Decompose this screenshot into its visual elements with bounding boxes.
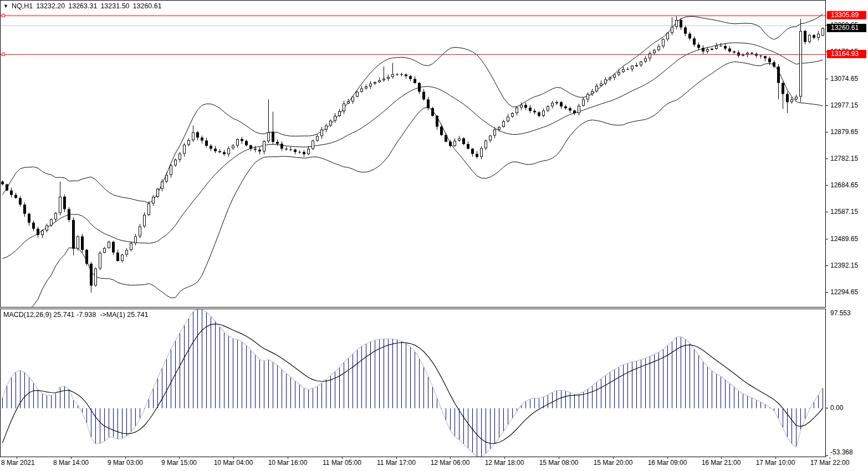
time-axis-label: 9 Mar 15:00 [161,459,197,467]
time-axis-label: 10 Mar 16:00 [268,459,308,467]
price-axis-tick-label: 12587.15 [830,208,858,216]
price-axis-tick-label: 12684.65 [830,181,858,189]
price-axis-tick-label: 12392.15 [830,262,858,269]
chart-ohlc-header: ▼NQ,H113232.2013263.3113231.5013260.61 [3,2,165,18]
time-axis-label: 15 Mar 08:00 [539,459,579,467]
price-axis-tick [826,105,828,106]
price-axis-tick-label: 12294.65 [830,288,858,296]
time-axis-label: 12 Mar 18:00 [485,459,524,467]
symbol-period-label: NQ,H1 [12,2,33,10]
macd-axis-min-label: -53.368 [830,448,853,456]
time-axis-label: 8 Mar 2021 [1,459,35,467]
time-axis-label: 16 Mar 09:00 [648,459,687,467]
price-axis-tick-label: 12879.65 [830,128,858,136]
time-axis-label: 12 Mar 06:00 [431,459,470,467]
time-scale-axis[interactable]: 8 Mar 20218 Mar 14:009 Mar 03:009 Mar 15… [0,457,868,471]
macd-axis-tick [826,408,828,408]
ohlc-low-value: 13231.50 [100,2,129,10]
price-chart-canvas[interactable] [1,1,825,307]
macd-scale-axis[interactable]: 97.5530.00-53.368 [826,309,868,457]
time-axis-label: 11 Mar 17:00 [377,459,416,467]
ohlc-high-value: 13263.31 [68,2,97,10]
ohlc-close-value: 13260.61 [133,2,162,10]
macd-indicator-label: MACD(12,26,9) 25.741 -7.938 ->MA(1) 25.7… [3,311,149,319]
current-price-tag[interactable]: 13260.61 [827,24,866,32]
time-axis-label: 10 Mar 04:00 [214,459,253,467]
price-axis-tick [826,265,828,266]
time-axis-label: 16 Mar 21:00 [702,459,741,467]
time-axis-label: 15 Mar 20:00 [594,459,633,467]
price-axis-tick [826,185,828,186]
macd-axis-max-label: 97.553 [830,309,851,317]
price-axis-tick [826,212,828,212]
price-axis-tick [826,158,828,159]
price-axis-tick-label: 13074.65 [830,75,858,83]
price-axis-tick-label: 12977.15 [830,101,858,109]
price-axis-tick-label: 12782.15 [830,155,858,162]
price-axis-tick [826,79,828,79]
symbol-dropdown-icon[interactable]: ▼ [3,3,8,9]
price-axis-tick [826,239,828,239]
price-scale-axis[interactable]: 13269.6513172.1513074.6512977.1512879.65… [826,0,868,308]
macd-panel[interactable]: MACD(12,26,9) 25.741 -7.938 ->MA(1) 25.7… [0,309,826,457]
hline-lower-price-tag[interactable]: 13164.93 [827,50,866,58]
time-axis-label: 17 Mar 10:00 [756,459,795,467]
price-chart-panel[interactable]: ▼NQ,H113232.2013263.3113231.5013260.61 [0,0,826,308]
hline-upper-price-tag[interactable]: 13305.89 [827,11,866,19]
price-axis-tick [826,132,828,132]
mt4-chart-window: ▼NQ,H113232.2013263.3113231.5013260.61 1… [0,0,868,471]
time-axis-label: 11 Mar 05:00 [323,459,361,467]
ohlc-open-value: 13232.20 [36,2,65,10]
price-axis-tick [826,292,828,293]
macd-axis-tick [826,455,828,456]
macd-canvas[interactable] [1,309,825,457]
time-axis-label: 9 Mar 03:00 [108,459,143,467]
time-axis-label: 8 Mar 14:00 [53,459,89,467]
macd-axis-zero-label: 0.00 [830,404,843,412]
time-axis-label: 17 Mar 22:00 [810,459,850,467]
price-axis-tick-label: 12489.65 [830,235,858,243]
